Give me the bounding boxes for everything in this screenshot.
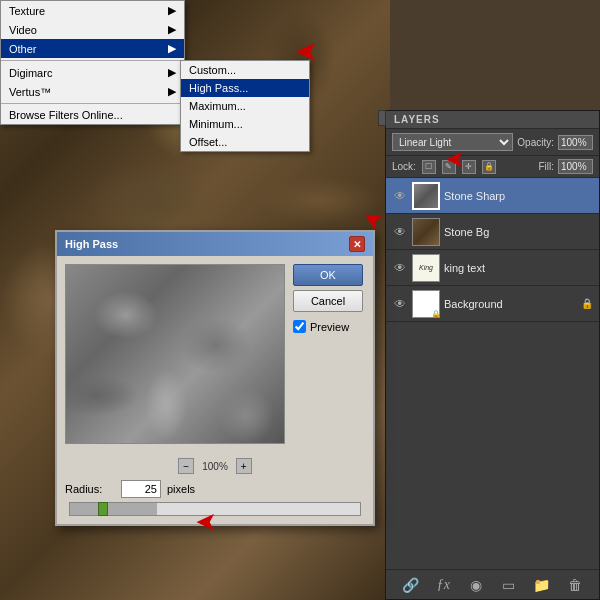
arrow-radius: ➤ [195,510,217,536]
layer-name-stone-bg: Stone Bg [444,226,593,238]
menu-item-other[interactable]: Other ▶ [1,39,184,58]
radius-unit: pixels [167,483,195,495]
layers-panel-title: LAYERS [386,111,599,129]
layer-item-king-text[interactable]: 👁 King king text [386,250,599,286]
layers-blend-row: Linear Light Normal Multiply Opacity: [386,129,599,156]
opacity-input[interactable] [558,135,593,150]
dialog-title: High Pass [65,238,118,250]
preview-checkbox[interactable] [293,320,306,333]
menu-item-browse[interactable]: Browse Filters Online... [1,106,184,124]
menu-item-vertus[interactable]: Vertus™ ▶ [1,82,184,101]
other-submenu: Custom... High Pass... Maximum... Minimu… [180,60,310,152]
dialog-preview-area[interactable] [65,264,285,444]
menu-item-digimarc[interactable]: Digimarc ▶ [1,63,184,82]
layer-name-stone-sharp: Stone Sharp [444,190,593,202]
dialog-ok-button[interactable]: OK [293,264,363,286]
dialog-titlebar: High Pass ✕ [57,232,373,256]
dialog-preview-row: Preview [293,320,363,333]
layer-thumb-stone-bg [412,218,440,246]
new-group-btn[interactable]: 📁 [532,575,552,595]
layer-effects-btn[interactable]: ƒx [433,575,453,595]
radius-label: Radius: [65,483,115,495]
submenu-maximum[interactable]: Maximum... [181,97,309,115]
menu-item-video[interactable]: Video ▶ [1,20,184,39]
layer-item-stone-bg[interactable]: 👁 Stone Bg [386,214,599,250]
layers-toolbar: 🔗 ƒx ◉ ▭ 📁 🗑 [386,569,599,599]
layer-item-background[interactable]: 👁 Background 🔒 [386,286,599,322]
panel-resize-handle[interactable] [378,110,386,126]
radius-input[interactable] [121,480,161,498]
layer-name-king-text: king text [444,262,593,274]
submenu-offset[interactable]: Offset... [181,133,309,151]
dialog-cancel-button[interactable]: Cancel [293,290,363,312]
link-layers-btn[interactable]: 🔗 [400,575,420,595]
add-mask-btn[interactable]: ◉ [466,575,486,595]
zoom-row: − 100% + [65,458,365,474]
layer-eye-king-text[interactable]: 👁 [392,260,408,276]
layer-name-background: Background [444,298,577,310]
layer-lock-icon: 🔒 [581,298,593,309]
dialog-close-button[interactable]: ✕ [349,236,365,252]
delete-layer-btn[interactable]: 🗑 [565,575,585,595]
filter-other-menu: Texture ▶ Video ▶ Other ▶ Digimarc ▶ Ver… [0,0,185,125]
layer-eye-stone-sharp[interactable]: 👁 [392,188,408,204]
lock-position-icon[interactable]: ☐ [422,160,436,174]
zoom-out-button[interactable]: − [178,458,194,474]
layers-lock-row: Lock: ☐ ✎ ✛ 🔒 Fill: [386,156,599,178]
fill-row: Fill: [538,159,593,174]
radius-row: Radius: pixels [65,480,365,498]
submenu-highpass[interactable]: High Pass... [181,79,309,97]
layer-eye-background[interactable]: 👁 [392,296,408,312]
layer-eye-stone-bg[interactable]: 👁 [392,224,408,240]
menu-divider-2 [1,103,184,104]
menu-divider-1 [1,60,184,61]
arrow-highpass-menu: ➤ [295,38,318,66]
adjustment-layer-btn[interactable]: ▭ [499,575,519,595]
dialog-body: OK Cancel Preview [57,256,373,452]
layer-item-stone-sharp[interactable]: 👁 Stone Sharp [386,178,599,214]
dialog-button-group: OK Cancel Preview [293,264,363,444]
arrow-blend-mode: ➤ [445,148,465,172]
menu-item-texture[interactable]: Texture ▶ [1,1,184,20]
lock-all-icon[interactable]: 🔒 [482,160,496,174]
submenu-minimum[interactable]: Minimum... [181,115,309,133]
fill-input[interactable] [558,159,593,174]
opacity-row: Opacity: [517,135,593,150]
layer-thumb-king-text: King [412,254,440,282]
zoom-in-button[interactable]: + [236,458,252,474]
layers-panel: LAYERS Linear Light Normal Multiply Opac… [385,110,600,600]
highpass-dialog: High Pass ✕ OK Cancel Preview − 100% + [55,230,375,526]
layer-thumb-background [412,290,440,318]
zoom-value: 100% [202,461,228,472]
layer-thumb-stone-sharp [412,182,440,210]
submenu-custom[interactable]: Custom... [181,61,309,79]
